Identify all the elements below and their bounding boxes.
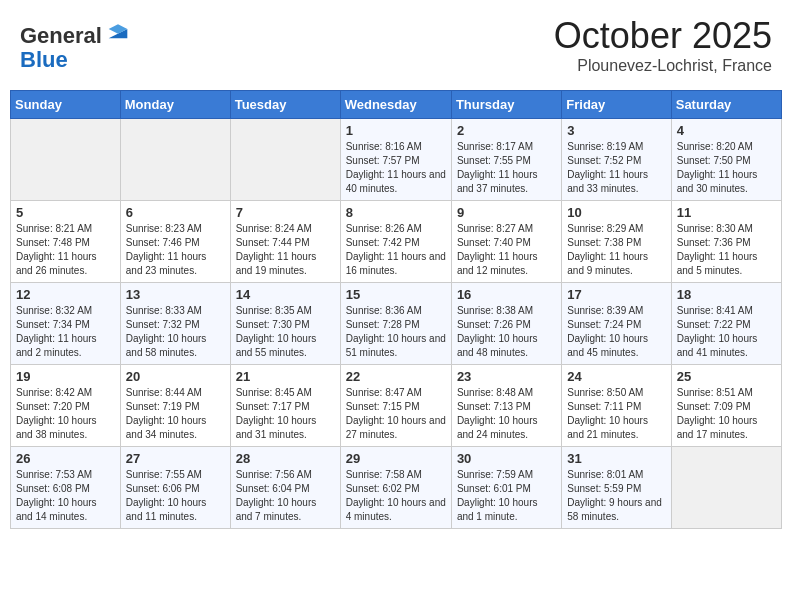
day-number: 25	[677, 369, 776, 384]
day-number: 11	[677, 205, 776, 220]
day-number: 21	[236, 369, 335, 384]
day-info: Sunrise: 8:01 AM Sunset: 5:59 PM Dayligh…	[567, 468, 665, 524]
calendar-cell: 5Sunrise: 8:21 AM Sunset: 7:48 PM Daylig…	[11, 201, 121, 283]
day-info: Sunrise: 8:23 AM Sunset: 7:46 PM Dayligh…	[126, 222, 225, 278]
weekday-header: Monday	[120, 91, 230, 119]
weekday-header: Saturday	[671, 91, 781, 119]
calendar-cell: 2Sunrise: 8:17 AM Sunset: 7:55 PM Daylig…	[451, 119, 561, 201]
logo-general: General	[20, 23, 102, 48]
day-number: 27	[126, 451, 225, 466]
day-info: Sunrise: 8:16 AM Sunset: 7:57 PM Dayligh…	[346, 140, 446, 196]
day-info: Sunrise: 8:47 AM Sunset: 7:15 PM Dayligh…	[346, 386, 446, 442]
day-info: Sunrise: 8:48 AM Sunset: 7:13 PM Dayligh…	[457, 386, 556, 442]
day-number: 15	[346, 287, 446, 302]
day-number: 17	[567, 287, 665, 302]
day-info: Sunrise: 8:32 AM Sunset: 7:34 PM Dayligh…	[16, 304, 115, 360]
calendar-cell: 6Sunrise: 8:23 AM Sunset: 7:46 PM Daylig…	[120, 201, 230, 283]
day-number: 22	[346, 369, 446, 384]
day-info: Sunrise: 8:30 AM Sunset: 7:36 PM Dayligh…	[677, 222, 776, 278]
day-number: 10	[567, 205, 665, 220]
day-info: Sunrise: 8:41 AM Sunset: 7:22 PM Dayligh…	[677, 304, 776, 360]
calendar-cell: 17Sunrise: 8:39 AM Sunset: 7:24 PM Dayli…	[562, 283, 671, 365]
calendar-cell: 10Sunrise: 8:29 AM Sunset: 7:38 PM Dayli…	[562, 201, 671, 283]
calendar-cell: 25Sunrise: 8:51 AM Sunset: 7:09 PM Dayli…	[671, 365, 781, 447]
calendar-cell	[671, 447, 781, 529]
calendar-cell: 8Sunrise: 8:26 AM Sunset: 7:42 PM Daylig…	[340, 201, 451, 283]
day-info: Sunrise: 8:26 AM Sunset: 7:42 PM Dayligh…	[346, 222, 446, 278]
calendar-week-row: 19Sunrise: 8:42 AM Sunset: 7:20 PM Dayli…	[11, 365, 782, 447]
calendar-week-row: 12Sunrise: 8:32 AM Sunset: 7:34 PM Dayli…	[11, 283, 782, 365]
day-number: 8	[346, 205, 446, 220]
calendar-cell: 12Sunrise: 8:32 AM Sunset: 7:34 PM Dayli…	[11, 283, 121, 365]
day-info: Sunrise: 8:19 AM Sunset: 7:52 PM Dayligh…	[567, 140, 665, 196]
page-header: General Blue October 2025 Plounevez-Loch…	[10, 10, 782, 80]
calendar-cell: 14Sunrise: 8:35 AM Sunset: 7:30 PM Dayli…	[230, 283, 340, 365]
calendar-cell: 18Sunrise: 8:41 AM Sunset: 7:22 PM Dayli…	[671, 283, 781, 365]
day-number: 4	[677, 123, 776, 138]
logo-blue: Blue	[20, 47, 68, 72]
calendar-cell	[230, 119, 340, 201]
day-number: 9	[457, 205, 556, 220]
calendar-cell: 27Sunrise: 7:55 AM Sunset: 6:06 PM Dayli…	[120, 447, 230, 529]
weekday-header: Tuesday	[230, 91, 340, 119]
day-number: 3	[567, 123, 665, 138]
location: Plounevez-Lochrist, France	[554, 57, 772, 75]
day-number: 13	[126, 287, 225, 302]
calendar-header-row: SundayMondayTuesdayWednesdayThursdayFrid…	[11, 91, 782, 119]
calendar-cell: 29Sunrise: 7:58 AM Sunset: 6:02 PM Dayli…	[340, 447, 451, 529]
calendar-cell: 19Sunrise: 8:42 AM Sunset: 7:20 PM Dayli…	[11, 365, 121, 447]
day-info: Sunrise: 8:29 AM Sunset: 7:38 PM Dayligh…	[567, 222, 665, 278]
day-info: Sunrise: 8:24 AM Sunset: 7:44 PM Dayligh…	[236, 222, 335, 278]
weekday-header: Wednesday	[340, 91, 451, 119]
title-section: October 2025 Plounevez-Lochrist, France	[554, 15, 772, 75]
calendar-cell: 9Sunrise: 8:27 AM Sunset: 7:40 PM Daylig…	[451, 201, 561, 283]
day-number: 6	[126, 205, 225, 220]
day-number: 31	[567, 451, 665, 466]
calendar-week-row: 1Sunrise: 8:16 AM Sunset: 7:57 PM Daylig…	[11, 119, 782, 201]
day-number: 19	[16, 369, 115, 384]
logo-icon	[104, 15, 132, 43]
day-number: 2	[457, 123, 556, 138]
calendar-cell: 13Sunrise: 8:33 AM Sunset: 7:32 PM Dayli…	[120, 283, 230, 365]
calendar-cell: 23Sunrise: 8:48 AM Sunset: 7:13 PM Dayli…	[451, 365, 561, 447]
day-info: Sunrise: 7:56 AM Sunset: 6:04 PM Dayligh…	[236, 468, 335, 524]
calendar-cell: 30Sunrise: 7:59 AM Sunset: 6:01 PM Dayli…	[451, 447, 561, 529]
calendar-cell: 4Sunrise: 8:20 AM Sunset: 7:50 PM Daylig…	[671, 119, 781, 201]
day-number: 1	[346, 123, 446, 138]
day-number: 18	[677, 287, 776, 302]
day-number: 5	[16, 205, 115, 220]
day-info: Sunrise: 8:36 AM Sunset: 7:28 PM Dayligh…	[346, 304, 446, 360]
day-info: Sunrise: 8:38 AM Sunset: 7:26 PM Dayligh…	[457, 304, 556, 360]
day-info: Sunrise: 8:20 AM Sunset: 7:50 PM Dayligh…	[677, 140, 776, 196]
day-info: Sunrise: 8:42 AM Sunset: 7:20 PM Dayligh…	[16, 386, 115, 442]
day-info: Sunrise: 8:21 AM Sunset: 7:48 PM Dayligh…	[16, 222, 115, 278]
calendar-cell: 1Sunrise: 8:16 AM Sunset: 7:57 PM Daylig…	[340, 119, 451, 201]
calendar-cell: 24Sunrise: 8:50 AM Sunset: 7:11 PM Dayli…	[562, 365, 671, 447]
calendar-cell: 31Sunrise: 8:01 AM Sunset: 5:59 PM Dayli…	[562, 447, 671, 529]
calendar-cell: 26Sunrise: 7:53 AM Sunset: 6:08 PM Dayli…	[11, 447, 121, 529]
calendar-cell: 21Sunrise: 8:45 AM Sunset: 7:17 PM Dayli…	[230, 365, 340, 447]
day-info: Sunrise: 8:44 AM Sunset: 7:19 PM Dayligh…	[126, 386, 225, 442]
calendar-cell: 11Sunrise: 8:30 AM Sunset: 7:36 PM Dayli…	[671, 201, 781, 283]
day-info: Sunrise: 8:17 AM Sunset: 7:55 PM Dayligh…	[457, 140, 556, 196]
calendar-cell: 28Sunrise: 7:56 AM Sunset: 6:04 PM Dayli…	[230, 447, 340, 529]
day-number: 20	[126, 369, 225, 384]
day-number: 16	[457, 287, 556, 302]
calendar-cell	[11, 119, 121, 201]
calendar-table: SundayMondayTuesdayWednesdayThursdayFrid…	[10, 90, 782, 529]
calendar-cell: 3Sunrise: 8:19 AM Sunset: 7:52 PM Daylig…	[562, 119, 671, 201]
day-info: Sunrise: 8:39 AM Sunset: 7:24 PM Dayligh…	[567, 304, 665, 360]
calendar-week-row: 26Sunrise: 7:53 AM Sunset: 6:08 PM Dayli…	[11, 447, 782, 529]
day-info: Sunrise: 7:55 AM Sunset: 6:06 PM Dayligh…	[126, 468, 225, 524]
day-number: 23	[457, 369, 556, 384]
day-number: 28	[236, 451, 335, 466]
day-number: 24	[567, 369, 665, 384]
day-info: Sunrise: 8:35 AM Sunset: 7:30 PM Dayligh…	[236, 304, 335, 360]
calendar-cell: 7Sunrise: 8:24 AM Sunset: 7:44 PM Daylig…	[230, 201, 340, 283]
calendar-cell: 22Sunrise: 8:47 AM Sunset: 7:15 PM Dayli…	[340, 365, 451, 447]
calendar-week-row: 5Sunrise: 8:21 AM Sunset: 7:48 PM Daylig…	[11, 201, 782, 283]
day-number: 29	[346, 451, 446, 466]
day-info: Sunrise: 7:58 AM Sunset: 6:02 PM Dayligh…	[346, 468, 446, 524]
calendar-cell: 20Sunrise: 8:44 AM Sunset: 7:19 PM Dayli…	[120, 365, 230, 447]
day-info: Sunrise: 8:50 AM Sunset: 7:11 PM Dayligh…	[567, 386, 665, 442]
